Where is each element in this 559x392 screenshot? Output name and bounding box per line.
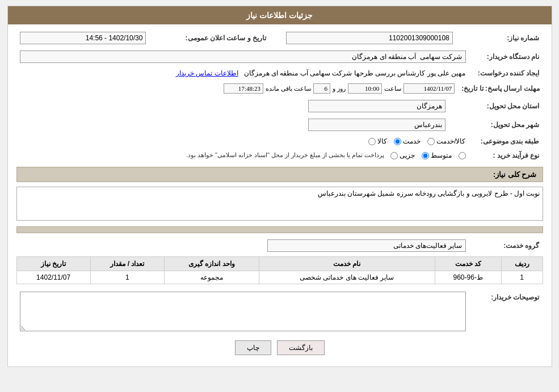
back-button[interactable]: بازگشت <box>277 340 325 355</box>
deadline-row: مهلت ارسال پاسخ: تا تاریخ: ساعت روز و سا… <box>16 82 543 95</box>
province-row: استان محل تحویل: <box>16 98 543 114</box>
col-unit: واحد اندازه گیری <box>164 257 259 271</box>
buyer-org-label: نام دستگاه خریدار: <box>469 49 543 65</box>
category-khidmat[interactable]: خدمت <box>394 137 421 145</box>
category-khidmat-radio[interactable] <box>394 138 401 145</box>
page-header: جزئیات اطلاعات نیاز <box>8 6 552 24</box>
need-number-label: شماره نیاز: <box>456 30 543 46</box>
buyer-org-row: نام دستگاه خریدار: <box>16 49 543 65</box>
category-row: طبقه بندی موضوعی: کالا/خدمت خدمت کالا <box>16 136 543 147</box>
buyer-org-input[interactable] <box>20 50 466 63</box>
col-code: کد خدمت <box>435 257 501 271</box>
purchase-type-motovaset[interactable]: متوسط <box>422 151 452 159</box>
deadline-days-label: روز و <box>333 85 346 92</box>
category-radio-group: کالا/خدمت خدمت کالا <box>20 137 466 145</box>
purchase-type-esnad-radio[interactable] <box>459 152 466 159</box>
purchase-type-motovaset-label: متوسط <box>431 151 452 159</box>
col-name: نام خدمت <box>259 257 435 271</box>
category-kala-khidmat[interactable]: کالا/خدمت <box>427 137 465 145</box>
page-container: جزئیات اطلاعات نیاز شماره نیاز: تاریخ و … <box>7 6 552 367</box>
services-table: ردیف کد خدمت نام خدمت واحد اندازه گیری ت… <box>16 256 543 284</box>
category-label: طبقه بندی موضوعی: <box>469 136 543 147</box>
purchase-type-row: نوع فرآیند خرید : متوسط جز <box>16 150 543 161</box>
city-row: شهر محل تحویل: <box>16 117 543 133</box>
deadline-date-input[interactable] <box>404 83 455 94</box>
service-group-input[interactable] <box>267 239 466 252</box>
main-content: شماره نیاز: تاریخ و ساعت اعلان عمومی: نا… <box>8 24 552 366</box>
creator-name: مهین علی پور کارشناس بررسی طرحها شرکت سه… <box>244 69 466 77</box>
service-group-row: گروه خدمت: <box>16 238 543 254</box>
description-section-title: شرح کلی نیاز: <box>16 167 543 182</box>
header-title: جزئیات اطلاعات نیاز <box>246 11 313 20</box>
deadline-label: مهلت ارسال پاسخ: تا تاریخ: <box>458 82 543 95</box>
remaining-time-label: ساعت باقی مانده <box>266 85 311 92</box>
purchase-type-jozi-radio[interactable] <box>390 152 398 159</box>
purchase-type-label: نوع فرآیند خرید : <box>469 150 543 161</box>
col-qty: تعداد / مقدار <box>90 257 164 271</box>
col-date: تاریخ نیاز <box>16 257 90 271</box>
category-kala[interactable]: کالا <box>368 137 387 145</box>
purchase-note: پرداخت تمام یا بخشی از مبلغ خریدار از مح… <box>186 151 385 159</box>
category-kala-khidmat-radio[interactable] <box>427 138 435 145</box>
table-row: 1ط-96-960سایر فعالیت های خدماتی شخصیمجمو… <box>16 271 543 284</box>
buttons-row: بازگشت چاپ <box>16 340 543 355</box>
category-kala-label: کالا <box>377 137 387 145</box>
services-section-title <box>16 226 543 233</box>
need-number-row: شماره نیاز: تاریخ و ساعت اعلان عمومی: <box>16 30 543 46</box>
description-text: نوبت اول - طرح لایروبی و بازگشایی رودخان… <box>16 187 543 221</box>
col-row: ردیف <box>501 257 543 271</box>
purchase-type-motovaset-radio[interactable] <box>422 152 429 159</box>
creator-link[interactable]: اطلاعات تماس خریدار <box>176 69 238 77</box>
buyer-notes-textarea[interactable] <box>20 292 466 331</box>
creator-row: ایجاد کننده درخواست: مهین علی پور کارشنا… <box>16 68 543 79</box>
deadline-days-input[interactable] <box>313 83 330 94</box>
announcement-date-input[interactable] <box>20 32 146 44</box>
city-label: شهر محل تحویل: <box>449 117 543 133</box>
service-group-label: گروه خدمت: <box>469 238 543 254</box>
purchase-type-radio-group: متوسط جزیی <box>390 151 466 159</box>
province-input[interactable] <box>308 100 445 112</box>
city-input[interactable] <box>308 119 445 131</box>
creator-label: ایجاد کننده درخواست: <box>469 68 543 79</box>
buyer-notes-label: توصیحات خریدار: <box>469 290 543 335</box>
category-kala-khidmat-label: کالا/خدمت <box>436 137 465 145</box>
remaining-time-input[interactable] <box>224 83 263 94</box>
buyer-notes-row: توصیحات خریدار: <box>16 290 543 335</box>
print-button[interactable]: چاپ <box>235 340 271 355</box>
category-khidmat-label: خدمت <box>403 137 421 145</box>
category-kala-radio[interactable] <box>368 138 376 145</box>
purchase-type-jozi-label: جزیی <box>400 151 415 159</box>
need-number-input[interactable] <box>286 32 452 44</box>
deadline-time-input[interactable] <box>348 83 382 94</box>
province-label: استان محل تحویل: <box>449 98 543 114</box>
purchase-type-jozi[interactable]: جزیی <box>390 151 415 159</box>
deadline-time-label: ساعت <box>384 85 401 92</box>
purchase-type-esnad[interactable] <box>459 152 466 159</box>
announcement-date-label: تاریخ و ساعت اعلان عمومی: <box>149 30 269 46</box>
